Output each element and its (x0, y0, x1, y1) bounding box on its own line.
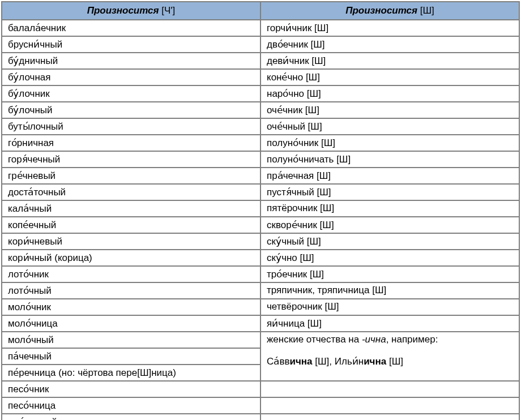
table-cell: доста́точный (2, 184, 260, 200)
table-cell: песо́чник (2, 381, 260, 397)
table-cell-merged: женские отчества на -ична, например: Са́… (260, 332, 519, 381)
table-cell: пятёрочник [Ш] (260, 200, 519, 217)
table-cell: па́чечный (2, 348, 260, 365)
table-cell: го́рничная (2, 135, 260, 151)
table-cell: моло́чник (2, 299, 260, 315)
table-cell: наро́чно [Ш] (260, 85, 519, 102)
table-cell: дво́ечник [Ш] (260, 36, 519, 53)
table-cell: пустя́чный [Ш] (260, 184, 519, 200)
table-cell: моло́чница (2, 315, 260, 332)
table-cell: балала́ечник (2, 20, 260, 36)
table-cell: буты́лочный (2, 118, 260, 135)
table-cell: пе́речница (но: чёртова пере[Ш]ница) (2, 365, 260, 381)
table-cell: тряпичник, тряпичница [Ш] (260, 282, 519, 299)
table-cell: гре́чневый (2, 168, 260, 184)
table-cell: скворе́чник [Ш] (260, 217, 519, 233)
pronunciation-table: Произносится [Ч'] Произносится [Ш] балал… (1, 1, 520, 420)
table-cell: копе́ечный (2, 217, 260, 233)
table-cell: коне́чно [Ш] (260, 69, 519, 85)
table-cell (260, 397, 519, 414)
table-cell (260, 414, 519, 420)
table-cell: бу́лочная (2, 69, 260, 85)
header-col1: Произносится [Ч'] (2, 2, 260, 20)
table-cell: ску́чно [Ш] (260, 250, 519, 266)
table-cell: ску́чный [Ш] (260, 233, 519, 250)
table-cell: тро́ечник [Ш] (260, 266, 519, 282)
table-cell: пра́чечная [Ш] (260, 168, 519, 184)
table-cell: лото́чный (2, 282, 260, 299)
table-cell (260, 381, 519, 397)
table-cell: бу́лочник (2, 85, 260, 102)
table-cell: бу́лочный (2, 102, 260, 118)
table-cell: полуно́чничать [Ш] (260, 151, 519, 168)
header-col2: Произносится [Ш] (260, 2, 519, 20)
table-cell: кори́чневый (2, 233, 260, 250)
table-cell: оче́чный [Ш] (260, 118, 519, 135)
table-cell: горчи́чник [Ш] (260, 20, 519, 36)
table-cell: деви́чник [Ш] (260, 53, 519, 69)
table-cell: пли́точный (2, 414, 260, 420)
table-cell: брусни́чный (2, 36, 260, 53)
table-cell: лото́чник (2, 266, 260, 282)
table-cell: кала́чный (2, 200, 260, 217)
table-cell: моло́чный (2, 332, 260, 348)
table-cell: четвёрочник [Ш] (260, 299, 519, 315)
table-cell: бу́дничный (2, 53, 260, 69)
table-cell: песо́чница (2, 397, 260, 414)
table-cell: кори́чный (корица) (2, 250, 260, 266)
table-cell: полуно́чник [Ш] (260, 135, 519, 151)
table-cell: горя́чечный (2, 151, 260, 168)
table-cell: яи́чница [Ш] (260, 315, 519, 332)
table-cell: оче́чник [Ш] (260, 102, 519, 118)
